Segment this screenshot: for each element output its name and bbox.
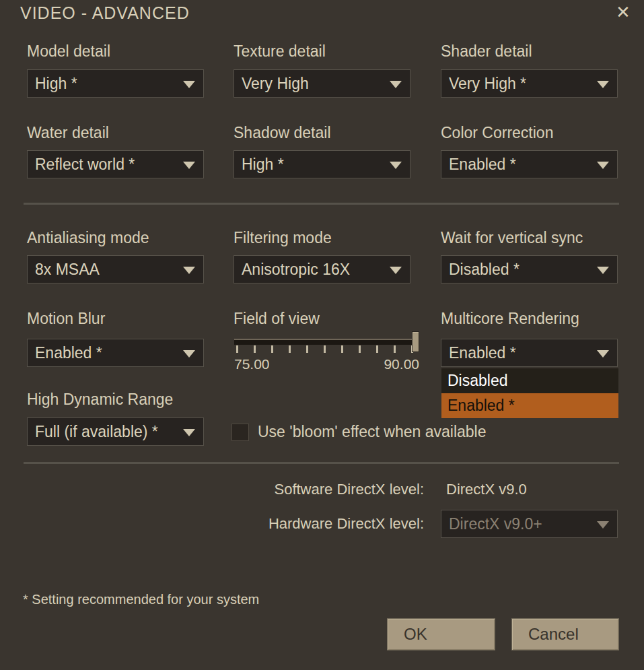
option-enabled-highlighted[interactable]: Enabled * [441, 393, 618, 418]
multicore-rendering-option-list: Disabled Enabled * [441, 368, 618, 418]
motion-blur-label: Motion Blur [27, 310, 105, 328]
antialiasing-mode-dropdown[interactable]: 8x MSAA [27, 255, 204, 283]
antialiasing-mode-value: 8x MSAA [35, 261, 100, 279]
model-detail-value: High * [35, 75, 77, 93]
chevron-down-icon [183, 429, 195, 436]
section-divider [24, 462, 619, 464]
texture-detail-value: Very High [242, 75, 309, 93]
multicore-rendering-label: Multicore Rendering [441, 310, 579, 328]
slider-max-label: 90.00 [384, 356, 419, 372]
multicore-rendering-value: Enabled * [449, 344, 516, 362]
software-directx-label: Software DirectX level: [222, 481, 424, 498]
texture-detail-label: Texture detail [234, 42, 326, 61]
slider-min-label: 75.00 [234, 356, 270, 372]
filtering-mode-value: Anisotropic 16X [242, 261, 350, 279]
water-detail-value: Reflect world * [35, 156, 135, 174]
water-detail-label: Water detail [27, 124, 109, 142]
chevron-down-icon [390, 162, 402, 169]
chevron-down-icon [597, 350, 609, 358]
shader-detail-value: Very High * [449, 75, 526, 93]
filtering-mode-label: Filtering mode [234, 229, 332, 247]
chevron-down-icon [183, 81, 195, 88]
hardware-directx-dropdown: DirectX v9.0+ [441, 510, 618, 538]
shadow-detail-label: Shadow detail [234, 124, 331, 142]
chevron-down-icon [597, 521, 609, 529]
model-detail-label: Model detail [27, 42, 110, 61]
slider-handle[interactable] [412, 331, 419, 352]
software-directx-value: DirectX v9.0 [446, 481, 527, 498]
hardware-directx-label: Hardware DirectX level: [222, 515, 424, 533]
shadow-detail-dropdown[interactable]: High * [234, 150, 410, 178]
slider-track[interactable] [234, 339, 419, 345]
motion-blur-dropdown[interactable]: Enabled * [27, 339, 204, 367]
shader-detail-label: Shader detail [441, 42, 532, 61]
chevron-down-icon [597, 81, 609, 88]
slider-range-labels: 75.00 90.00 [234, 356, 419, 372]
filtering-mode-dropdown[interactable]: Anisotropic 16X [234, 255, 410, 283]
color-correction-dropdown[interactable]: Enabled * [441, 150, 618, 178]
model-detail-dropdown[interactable]: High * [27, 69, 204, 98]
color-correction-label: Color Correction [441, 124, 553, 142]
chevron-down-icon [183, 267, 195, 274]
field-of-view-slider[interactable]: 75.00 90.00 [234, 331, 419, 373]
bloom-checkbox[interactable] [231, 424, 249, 441]
color-correction-value: Enabled * [449, 156, 516, 174]
motion-blur-value: Enabled * [35, 344, 102, 362]
chevron-down-icon [183, 350, 195, 358]
chevron-down-icon [597, 267, 609, 274]
high-dynamic-range-value: Full (if available) * [35, 423, 158, 441]
ok-button[interactable]: OK [387, 618, 495, 650]
option-disabled[interactable]: Disabled [441, 368, 618, 393]
hardware-directx-value: DirectX v9.0+ [449, 515, 542, 533]
vertical-sync-dropdown[interactable]: Disabled * [441, 255, 618, 283]
texture-detail-dropdown[interactable]: Very High [234, 69, 410, 98]
shader-detail-dropdown[interactable]: Very High * [441, 69, 618, 98]
field-of-view-label: Field of view [234, 310, 320, 328]
antialiasing-mode-label: Antialiasing mode [27, 229, 149, 247]
high-dynamic-range-label: High Dynamic Range [27, 391, 173, 409]
video-advanced-dialog: VIDEO - ADVANCED ✕ Model detail High * T… [0, 0, 644, 670]
vertical-sync-value: Disabled * [449, 261, 520, 279]
close-icon[interactable]: ✕ [610, 1, 637, 24]
vertical-sync-label: Wait for vertical sync [441, 229, 583, 247]
chevron-down-icon [390, 81, 402, 88]
cancel-button[interactable]: Cancel [511, 618, 619, 650]
water-detail-dropdown[interactable]: Reflect world * [27, 150, 204, 178]
chevron-down-icon [390, 267, 402, 274]
chevron-down-icon [183, 162, 195, 169]
dialog-title: VIDEO - ADVANCED [20, 3, 190, 23]
shadow-detail-value: High * [242, 156, 284, 174]
section-divider [24, 203, 619, 205]
slider-ticks [236, 345, 413, 353]
recommended-setting-note: * Setting recommended for your system [23, 592, 259, 607]
chevron-down-icon [597, 162, 609, 169]
bloom-checkbox-label: Use 'bloom' effect when available [258, 423, 487, 441]
high-dynamic-range-dropdown[interactable]: Full (if available) * [27, 417, 204, 446]
multicore-rendering-dropdown[interactable]: Enabled * [441, 339, 618, 367]
